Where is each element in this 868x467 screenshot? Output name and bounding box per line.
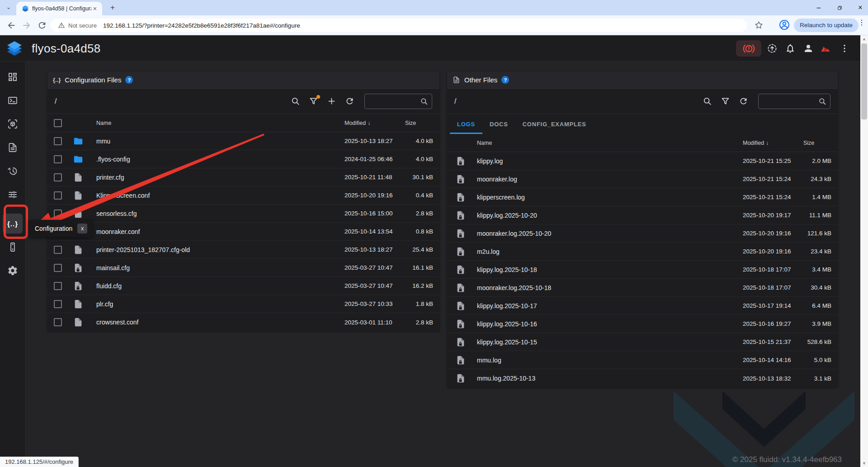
file-row-m2u.log[interactable]: m2u.log2025-10-20 19:1623.4 kB bbox=[447, 243, 838, 261]
new-tab-button[interactable]: + bbox=[108, 4, 117, 12]
window-minimize-button[interactable]: – bbox=[815, 4, 823, 12]
security-label[interactable]: Not secure bbox=[68, 22, 97, 29]
file-row-.flyos-config[interactable]: .flyos-config2024-01-25 06:464.0 kB bbox=[47, 150, 439, 168]
column-name[interactable]: Name bbox=[88, 120, 344, 126]
add-file-icon[interactable] bbox=[327, 96, 336, 106]
browser-tab[interactable]: flyos-0a4d58 | Configuration × bbox=[16, 2, 102, 15]
file-row-mmu[interactable]: mmu2025-10-13 18:274.0 kB bbox=[47, 132, 439, 150]
window-close-button[interactable]: × bbox=[856, 4, 864, 12]
window-restore-button[interactable] bbox=[835, 4, 844, 12]
file-row-klipperscreen.log[interactable]: klipperscreen.log2025-10-21 15:241.4 MB bbox=[447, 188, 838, 206]
bookmark-star-icon[interactable] bbox=[754, 20, 764, 30]
file-row-KlipperScreen.conf[interactable]: KlipperScreen.conf2025-10-20 19:160.4 kB bbox=[47, 186, 439, 205]
row-checkbox[interactable] bbox=[54, 246, 62, 254]
sidebar-item-settings[interactable] bbox=[0, 259, 26, 282]
refresh-icon[interactable] bbox=[739, 96, 748, 106]
current-path[interactable]: / bbox=[55, 97, 291, 105]
file-row-sensorless.cfg[interactable]: sensorless.cfg2025-10-16 15:002.8 kB bbox=[47, 205, 439, 223]
file-row-plr.cfg[interactable]: plr.cfg2025-03-27 10:331.8 kB bbox=[47, 295, 439, 313]
config-panel-toolbar: / bbox=[47, 89, 439, 114]
help-icon[interactable]: ? bbox=[501, 76, 509, 84]
vendor-brand-logo-icon[interactable] bbox=[820, 43, 831, 54]
tab-config_examples[interactable]: CONFIG_EXAMPLES bbox=[515, 114, 594, 134]
file-row-klippy.log.2025-10-15[interactable]: klippy.log.2025-10-152025-10-15 21:37528… bbox=[447, 333, 838, 351]
row-checkbox[interactable] bbox=[54, 264, 62, 272]
filter-icon[interactable] bbox=[309, 96, 318, 106]
file-row-klippy.log.2025-10-16[interactable]: klippy.log.2025-10-162025-10-16 19:273.9… bbox=[447, 315, 838, 333]
file-row-mmu.log[interactable]: mmu.log2025-10-14 14:165.0 kB bbox=[447, 351, 838, 369]
search-icon[interactable] bbox=[291, 96, 300, 106]
file-row-fluidd.cfg[interactable]: fluidd.cfg2025-03-27 10:4716.2 kB bbox=[47, 277, 439, 295]
file-lock-icon bbox=[451, 174, 471, 184]
browser-back-button[interactable] bbox=[6, 20, 16, 30]
scrollbar-up-icon[interactable]: ▲ bbox=[860, 35, 868, 43]
file-name: plr.cfg bbox=[88, 300, 344, 308]
row-checkbox[interactable] bbox=[54, 137, 62, 145]
scrollbar-down-icon[interactable]: ▼ bbox=[860, 460, 868, 467]
file-row-crowsnest.conf[interactable]: crowsnest.conf2025-03-01 11:102.8 kB bbox=[47, 313, 439, 331]
file-row-moonraker.conf[interactable]: moonraker.conf2025-10-14 13:540.8 kB bbox=[47, 223, 439, 241]
row-checkbox[interactable] bbox=[54, 300, 62, 308]
app-bar: flyos-0a4d58 bbox=[0, 35, 868, 62]
file-row-moonraker.log.2025-10-20[interactable]: moonraker.log.2025-10-202025-10-20 19:16… bbox=[447, 224, 838, 243]
help-icon[interactable]: ? bbox=[125, 76, 133, 84]
file-row-klippy.log.2025-10-18[interactable]: klippy.log.2025-10-182025-10-18 17:073.4… bbox=[447, 261, 838, 279]
browser-forward-button[interactable] bbox=[22, 20, 32, 30]
app-menu-kebab-icon[interactable] bbox=[839, 43, 850, 54]
sidebar-item-dashboard[interactable] bbox=[0, 65, 26, 89]
tab-close-icon[interactable]: × bbox=[91, 5, 99, 12]
sidebar-item-console[interactable] bbox=[0, 89, 26, 112]
file-size: 30.1 kB bbox=[404, 174, 433, 181]
search-icon[interactable] bbox=[703, 96, 712, 106]
file-row-klippy.log.2025-10-17[interactable]: klippy.log.2025-10-172025-10-17 19:146.4… bbox=[447, 297, 838, 315]
fluidd-logo-icon[interactable] bbox=[6, 40, 23, 57]
tab-search-chevron-icon[interactable]: ⌄ bbox=[5, 3, 13, 11]
updates-available-icon[interactable] bbox=[767, 43, 778, 54]
relaunch-to-update-button[interactable]: Relaunch to update bbox=[794, 19, 859, 32]
emergency-stop-button[interactable] bbox=[736, 40, 761, 57]
column-size[interactable]: Size bbox=[404, 120, 433, 126]
file-row-mainsail.cfg[interactable]: mainsail.cfg2025-03-27 10:4716.1 kB bbox=[47, 259, 439, 277]
tab-docs[interactable]: DOCS bbox=[482, 114, 515, 134]
refresh-icon[interactable] bbox=[345, 96, 354, 106]
address-bar[interactable]: Not secure 192.168.1.125/?printer=24282e… bbox=[51, 19, 747, 32]
column-modified[interactable]: Modified↓ bbox=[743, 140, 802, 146]
file-row-klippy.log[interactable]: klippy.log2025-10-21 15:252.0 MB bbox=[447, 152, 838, 170]
page-scrollbar[interactable]: ▲ ▼ bbox=[860, 35, 868, 467]
row-checkbox[interactable] bbox=[54, 173, 62, 181]
column-name[interactable]: Name bbox=[471, 140, 743, 146]
notifications-bell-icon[interactable] bbox=[785, 43, 796, 54]
filter-icon[interactable] bbox=[721, 96, 730, 106]
tab-logs[interactable]: LOGS bbox=[450, 114, 482, 134]
browser-menu-icon[interactable]: ⋮ bbox=[858, 20, 866, 30]
browser-profile-icon[interactable] bbox=[778, 19, 790, 31]
file-modified: 2025-10-20 19:17 bbox=[743, 212, 802, 219]
file-row-printer.cfg[interactable]: printer.cfg2025-10-21 11:4830.1 kB bbox=[47, 168, 439, 186]
sidebar-item-history[interactable] bbox=[0, 159, 26, 183]
current-path[interactable]: / bbox=[454, 97, 703, 105]
browser-reload-button[interactable] bbox=[37, 20, 47, 30]
file-row-klippy.log.2025-10-20[interactable]: klippy.log.2025-10-202025-10-20 19:1711.… bbox=[447, 206, 838, 224]
file-search-input[interactable] bbox=[762, 98, 818, 105]
select-all-checkbox[interactable] bbox=[54, 119, 62, 127]
file-name: mmu.log.2025-10-13 bbox=[471, 375, 743, 382]
row-checkbox[interactable] bbox=[54, 318, 62, 326]
sidebar-item-gcode-preview[interactable] bbox=[0, 112, 26, 136]
row-checkbox[interactable] bbox=[54, 282, 62, 290]
column-modified[interactable]: Modified↓ bbox=[344, 120, 404, 126]
row-checkbox[interactable] bbox=[54, 155, 62, 163]
file-row-moonraker.log.2025-10-18[interactable]: moonraker.log.2025-10-182025-10-18 17:07… bbox=[447, 279, 838, 297]
sidebar-item-jobs[interactable] bbox=[0, 136, 26, 159]
file-search-input[interactable] bbox=[368, 98, 420, 105]
column-size[interactable]: Size bbox=[802, 140, 831, 146]
row-checkbox[interactable] bbox=[54, 191, 62, 200]
file-row-mmu.log.2025-10-13[interactable]: mmu.log.2025-10-132025-10-13 18:323.1 kB bbox=[447, 369, 838, 387]
user-account-icon[interactable] bbox=[803, 43, 814, 54]
row-checkbox[interactable] bbox=[54, 210, 62, 218]
sidebar-item-tune[interactable] bbox=[0, 183, 26, 206]
file-row-printer-20251013_182707.cfg-old[interactable]: printer-20251013_182707.cfg-old2025-10-1… bbox=[47, 241, 439, 259]
file-document-icon bbox=[3, 138, 23, 157]
file-row-moonraker.log[interactable]: moonraker.log2025-10-21 15:2424.3 kB bbox=[447, 170, 838, 188]
url-text[interactable]: 192.168.1.125/?printer=24282e5f2b8e6591e… bbox=[103, 22, 300, 29]
scrollbar-thumb[interactable] bbox=[861, 43, 867, 119]
